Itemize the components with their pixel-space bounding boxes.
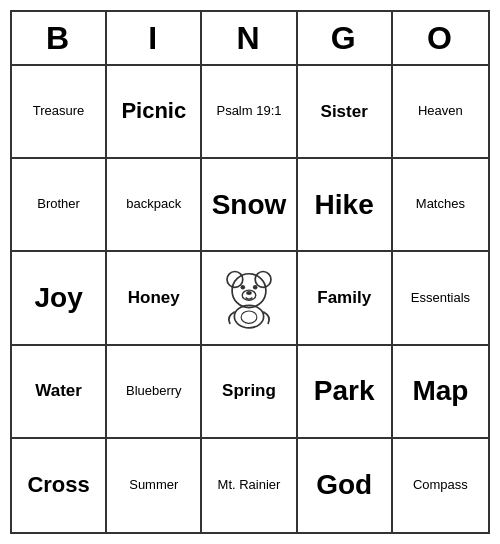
bingo-grid: TreasurePicnicPsalm 19:1SisterHeavenBrot… — [12, 66, 488, 532]
cell-text-0: Treasure — [33, 103, 85, 120]
svg-point-8 — [241, 311, 257, 323]
svg-point-3 — [241, 285, 246, 290]
cell-text-23: God — [316, 467, 372, 503]
cell-text-6: backpack — [126, 196, 181, 213]
svg-point-4 — [253, 285, 258, 290]
cell-text-16: Blueberry — [126, 383, 182, 400]
cell-text-20: Cross — [27, 471, 89, 500]
bingo-cell-12 — [202, 252, 297, 345]
bingo-cell-4: Heaven — [393, 66, 488, 159]
cell-text-2: Psalm 19:1 — [216, 103, 281, 120]
header-letter-o: O — [393, 12, 488, 64]
header-letter-g: G — [298, 12, 393, 64]
cell-text-7: Snow — [212, 187, 287, 223]
bingo-cell-0: Treasure — [12, 66, 107, 159]
bingo-cell-17: Spring — [202, 346, 297, 439]
svg-point-1 — [255, 271, 271, 287]
bingo-cell-9: Matches — [393, 159, 488, 252]
cell-text-11: Honey — [128, 287, 180, 309]
bingo-cell-13: Family — [298, 252, 393, 345]
bingo-cell-6: backpack — [107, 159, 202, 252]
cell-text-21: Summer — [129, 477, 178, 494]
cell-text-24: Compass — [413, 477, 468, 494]
cell-text-13: Family — [317, 287, 371, 309]
cell-text-22: Mt. Rainier — [218, 477, 281, 494]
bear-icon — [218, 267, 280, 329]
header-letter-n: N — [202, 12, 297, 64]
svg-point-7 — [234, 305, 263, 328]
bingo-cell-14: Essentials — [393, 252, 488, 345]
cell-text-5: Brother — [37, 196, 80, 213]
cell-text-19: Map — [412, 373, 468, 409]
cell-text-8: Hike — [315, 187, 374, 223]
bingo-cell-8: Hike — [298, 159, 393, 252]
bingo-cell-5: Brother — [12, 159, 107, 252]
cell-text-4: Heaven — [418, 103, 463, 120]
cell-text-10: Joy — [34, 280, 82, 316]
header-letter-i: I — [107, 12, 202, 64]
bingo-cell-11: Honey — [107, 252, 202, 345]
bingo-card: BINGO TreasurePicnicPsalm 19:1SisterHeav… — [10, 10, 490, 534]
bingo-cell-15: Water — [12, 346, 107, 439]
bingo-cell-16: Blueberry — [107, 346, 202, 439]
bingo-cell-1: Picnic — [107, 66, 202, 159]
header-letter-b: B — [12, 12, 107, 64]
cell-text-15: Water — [35, 380, 82, 402]
bingo-cell-3: Sister — [298, 66, 393, 159]
bingo-cell-19: Map — [393, 346, 488, 439]
svg-point-0 — [227, 271, 243, 287]
bingo-cell-7: Snow — [202, 159, 297, 252]
bingo-cell-22: Mt. Rainier — [202, 439, 297, 532]
bingo-cell-24: Compass — [393, 439, 488, 532]
bingo-cell-10: Joy — [12, 252, 107, 345]
bingo-cell-18: Park — [298, 346, 393, 439]
cell-text-1: Picnic — [121, 97, 186, 126]
bingo-cell-20: Cross — [12, 439, 107, 532]
bingo-header: BINGO — [12, 12, 488, 66]
cell-text-18: Park — [314, 373, 375, 409]
cell-text-17: Spring — [222, 380, 276, 402]
cell-text-3: Sister — [321, 101, 368, 123]
bingo-cell-2: Psalm 19:1 — [202, 66, 297, 159]
bingo-cell-23: God — [298, 439, 393, 532]
cell-text-9: Matches — [416, 196, 465, 213]
cell-text-14: Essentials — [411, 290, 470, 307]
svg-point-6 — [246, 291, 252, 295]
bingo-cell-21: Summer — [107, 439, 202, 532]
